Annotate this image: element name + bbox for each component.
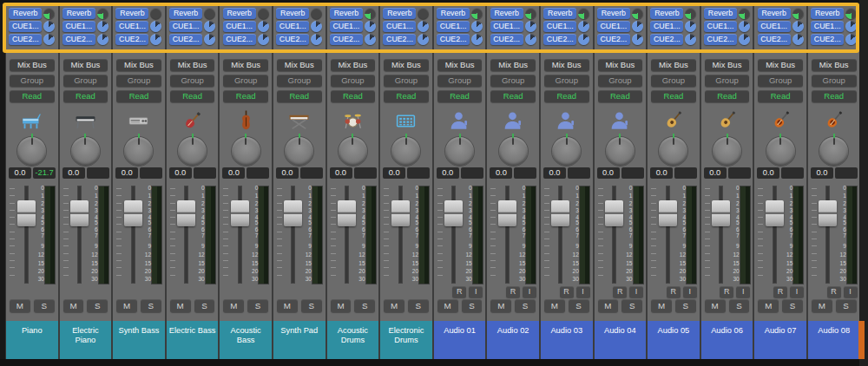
send-level-knob[interactable] bbox=[792, 21, 804, 32]
fader-cap[interactable] bbox=[338, 200, 356, 226]
automation-mode-button[interactable]: Read bbox=[651, 90, 696, 102]
volume-display[interactable]: 0.0 bbox=[115, 167, 138, 179]
mute-button[interactable]: M bbox=[490, 299, 511, 312]
pan-knob[interactable] bbox=[232, 137, 260, 166]
group-button[interactable]: Group bbox=[277, 75, 322, 87]
send-level-knob[interactable] bbox=[685, 8, 696, 19]
group-button[interactable]: Group bbox=[490, 75, 536, 87]
input-monitor-button[interactable]: I bbox=[576, 286, 590, 297]
send-level-knob[interactable] bbox=[739, 34, 750, 45]
pan-knob[interactable] bbox=[819, 137, 848, 166]
send-destination-button[interactable]: CUE1... bbox=[597, 21, 630, 32]
send-level-knob[interactable] bbox=[632, 8, 643, 19]
automation-mode-button[interactable]: Read bbox=[705, 90, 750, 102]
send-destination-button[interactable]: Reverb bbox=[383, 8, 416, 19]
track-name-plate[interactable]: Audio 03 bbox=[541, 321, 593, 359]
send-level-knob[interactable] bbox=[418, 8, 429, 19]
group-button[interactable]: Group bbox=[63, 75, 108, 87]
fader-cap[interactable] bbox=[605, 200, 623, 226]
send-level-knob[interactable] bbox=[525, 34, 536, 45]
mute-button[interactable]: M bbox=[651, 299, 672, 312]
record-enable-button[interactable]: R bbox=[452, 286, 466, 297]
vocalist-icon[interactable] bbox=[487, 107, 539, 134]
solo-button[interactable]: S bbox=[87, 299, 108, 312]
fader-cap[interactable] bbox=[551, 200, 569, 226]
pan-knob[interactable] bbox=[339, 137, 367, 166]
send-destination-button[interactable]: CUE1... bbox=[543, 21, 576, 32]
output-routing-button[interactable]: Mix Bus bbox=[331, 59, 376, 71]
automation-mode-button[interactable]: Read bbox=[223, 90, 268, 102]
output-routing-button[interactable]: Mix Bus bbox=[277, 59, 322, 71]
volume-fader[interactable] bbox=[390, 185, 411, 284]
volume-display[interactable]: 0.0 bbox=[650, 167, 673, 179]
volume-display[interactable]: 0.0 bbox=[276, 167, 299, 179]
record-enable-button[interactable]: R bbox=[506, 286, 520, 297]
mute-button[interactable]: M bbox=[223, 299, 244, 312]
send-level-knob[interactable] bbox=[365, 21, 376, 32]
automation-mode-button[interactable]: Read bbox=[277, 90, 322, 102]
send-destination-button[interactable]: CUE1... bbox=[330, 21, 363, 32]
send-level-knob[interactable] bbox=[845, 34, 857, 45]
fader-cap[interactable] bbox=[498, 200, 516, 226]
volume-display[interactable]: 0.0 bbox=[330, 167, 352, 179]
volume-fader[interactable] bbox=[16, 185, 36, 284]
send-destination-button[interactable]: Reverb bbox=[758, 8, 791, 19]
output-routing-button[interactable]: Mix Bus bbox=[651, 59, 696, 71]
volume-fader[interactable] bbox=[69, 185, 90, 284]
automation-mode-button[interactable]: Read bbox=[10, 90, 55, 102]
pan-knob[interactable] bbox=[124, 137, 153, 166]
solo-button[interactable]: S bbox=[34, 299, 55, 312]
volume-display[interactable]: 0.0 bbox=[437, 167, 459, 179]
send-level-knob[interactable] bbox=[258, 8, 269, 19]
send-destination-button[interactable]: CUE2... bbox=[115, 34, 148, 45]
volume-fader[interactable] bbox=[657, 185, 678, 284]
send-level-knob[interactable] bbox=[632, 21, 643, 32]
volume-fader[interactable] bbox=[444, 185, 464, 284]
solo-button[interactable]: S bbox=[194, 299, 215, 312]
output-routing-button[interactable]: Mix Bus bbox=[598, 59, 643, 71]
output-routing-button[interactable]: Mix Bus bbox=[490, 59, 536, 71]
send-destination-button[interactable]: CUE1... bbox=[223, 21, 256, 32]
fader-cap[interactable] bbox=[391, 200, 410, 226]
send-level-knob[interactable] bbox=[365, 34, 376, 45]
pan-knob[interactable] bbox=[445, 137, 474, 166]
fader-cap[interactable] bbox=[712, 200, 730, 226]
fader-cap[interactable] bbox=[231, 200, 249, 226]
send-destination-button[interactable]: Reverb bbox=[650, 8, 683, 19]
group-button[interactable]: Group bbox=[384, 75, 429, 87]
electric-bass-icon[interactable] bbox=[167, 107, 219, 134]
send-destination-button[interactable]: CUE1... bbox=[811, 21, 844, 32]
group-button[interactable]: Group bbox=[116, 75, 161, 87]
automation-mode-button[interactable]: Read bbox=[598, 90, 643, 102]
send-level-knob[interactable] bbox=[311, 8, 322, 19]
volume-fader[interactable] bbox=[550, 185, 571, 284]
track-name-plate[interactable]: Synth Bass bbox=[113, 321, 165, 359]
drum-machine-icon[interactable] bbox=[380, 107, 432, 134]
track-name-plate[interactable]: Acoustic Bass bbox=[220, 321, 272, 359]
send-destination-button[interactable]: CUE1... bbox=[62, 21, 95, 32]
group-button[interactable]: Group bbox=[812, 75, 857, 87]
mute-button[interactable]: M bbox=[63, 299, 84, 312]
group-button[interactable]: Group bbox=[651, 75, 696, 87]
group-button[interactable]: Group bbox=[544, 75, 589, 87]
pan-knob[interactable] bbox=[178, 137, 207, 166]
send-level-knob[interactable] bbox=[97, 34, 108, 45]
volume-display[interactable]: 0.0 bbox=[757, 167, 779, 179]
solo-button[interactable]: S bbox=[354, 299, 375, 312]
send-level-knob[interactable] bbox=[792, 34, 804, 45]
pan-knob[interactable] bbox=[499, 137, 528, 166]
volume-display[interactable]: 0.0 bbox=[543, 167, 566, 179]
pan-knob[interactable] bbox=[713, 137, 741, 166]
mute-button[interactable]: M bbox=[384, 299, 404, 312]
volume-display[interactable]: 0.0 bbox=[490, 167, 512, 179]
volume-fader[interactable] bbox=[337, 185, 358, 284]
send-destination-button[interactable]: Reverb bbox=[62, 8, 95, 19]
send-destination-button[interactable]: CUE2... bbox=[223, 34, 256, 45]
send-level-knob[interactable] bbox=[685, 21, 696, 32]
send-destination-button[interactable]: Reverb bbox=[811, 8, 844, 19]
record-enable-button[interactable]: R bbox=[560, 286, 574, 297]
output-routing-button[interactable]: Mix Bus bbox=[758, 59, 803, 71]
send-level-knob[interactable] bbox=[258, 34, 269, 45]
fader-cap[interactable] bbox=[766, 200, 784, 226]
mute-button[interactable]: M bbox=[277, 299, 298, 312]
